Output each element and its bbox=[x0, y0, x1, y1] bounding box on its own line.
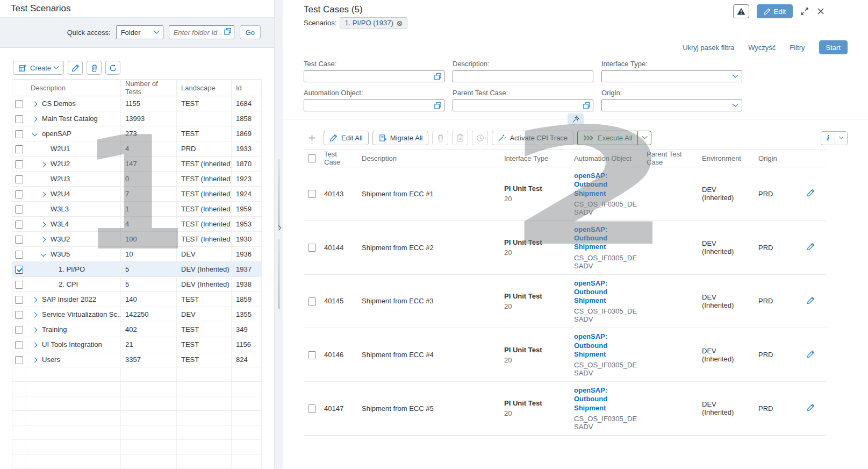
edit-row-button[interactable] bbox=[807, 298, 815, 306]
description-filter-input[interactable] bbox=[453, 70, 593, 82]
value-help-icon[interactable] bbox=[224, 28, 231, 36]
column-header-landscape[interactable]: Landscape bbox=[177, 80, 232, 96]
fullscreen-icon[interactable] bbox=[800, 7, 809, 16]
hide-filter-bar-link[interactable]: Ukryj pasek filtra bbox=[683, 44, 734, 52]
scenario-row[interactable]: 2. CPI 5 DEV (Inherited) 1938 bbox=[12, 277, 262, 292]
scenario-description[interactable]: W3U5 bbox=[51, 250, 70, 258]
close-icon[interactable] bbox=[816, 7, 825, 16]
scenario-row[interactable]: Training 402 TEST 349 bbox=[12, 322, 262, 337]
automation-object-link[interactable]: openSAP: Outbound Shipment bbox=[574, 386, 638, 413]
scenario-description[interactable]: UI Tools Integration bbox=[42, 340, 102, 349]
test-case-row[interactable]: 40147 Shipment from ECC #5 PI Unit Test2… bbox=[304, 382, 827, 436]
row-checkbox[interactable] bbox=[308, 404, 316, 413]
scenario-description[interactable]: Training bbox=[42, 325, 67, 333]
scenario-description[interactable]: W2U2 bbox=[51, 160, 70, 168]
expand-icon[interactable] bbox=[41, 237, 51, 241]
column-header-origin[interactable]: Origin bbox=[754, 150, 802, 167]
row-checkbox[interactable] bbox=[15, 356, 23, 364]
row-checkbox[interactable] bbox=[15, 175, 23, 183]
row-checkbox[interactable] bbox=[15, 145, 23, 153]
scenario-description[interactable]: Users bbox=[42, 356, 60, 364]
create-button[interactable]: Create bbox=[13, 61, 64, 75]
expand-icon[interactable] bbox=[33, 312, 42, 317]
scenario-description[interactable]: W2U1 bbox=[51, 145, 70, 153]
scenario-row[interactable]: W2U3 0 TEST (Inherited) 1923 bbox=[12, 172, 262, 187]
row-checkbox[interactable] bbox=[308, 244, 316, 252]
activate-cpi-trace-button[interactable]: Activate CPI Trace bbox=[492, 131, 573, 145]
row-checkbox[interactable] bbox=[15, 190, 23, 198]
row-checkbox[interactable] bbox=[15, 130, 23, 138]
go-button[interactable]: Go bbox=[240, 25, 261, 39]
info-menu-button[interactable] bbox=[835, 131, 848, 145]
automation-object-link[interactable]: openSAP: Outbound Shipment bbox=[574, 225, 638, 252]
edit-row-button[interactable] bbox=[807, 190, 815, 198]
pin-filter-bar-button[interactable] bbox=[568, 113, 584, 124]
expand-icon[interactable] bbox=[33, 116, 42, 121]
scenario-description[interactable]: CS Demos bbox=[42, 100, 76, 108]
scenario-row[interactable]: W2U2 147 TEST (Inherited) 1870 bbox=[12, 157, 262, 172]
row-checkbox[interactable] bbox=[15, 160, 23, 168]
test-case-row[interactable]: 40143 Shipment from ECC #1 PI Unit Test2… bbox=[304, 167, 827, 221]
expand-icon[interactable] bbox=[41, 252, 51, 256]
add-test-case-button[interactable] bbox=[304, 131, 320, 145]
row-checkbox[interactable] bbox=[15, 311, 23, 319]
scenario-description[interactable]: W2U3 bbox=[51, 175, 70, 183]
delete-test-case-button[interactable] bbox=[432, 131, 448, 145]
row-checkbox[interactable] bbox=[15, 296, 23, 304]
scenario-row[interactable]: W3L3 1 TEST (Inherited) 1959 bbox=[12, 202, 262, 217]
panel-splitter[interactable] bbox=[275, 0, 283, 469]
token-remove-icon[interactable]: ⊗ bbox=[397, 19, 403, 27]
parent-test-case-filter-input[interactable] bbox=[453, 100, 593, 111]
row-checkbox[interactable] bbox=[15, 281, 23, 289]
scenario-description[interactable]: 1. PI/PO bbox=[59, 265, 85, 273]
expand-icon[interactable] bbox=[41, 222, 51, 226]
scenario-row[interactable]: 1. PI/PO 5 DEV (Inherited) 1937 bbox=[12, 262, 262, 277]
edit-row-button[interactable] bbox=[807, 352, 815, 360]
delete-scenario-button[interactable] bbox=[87, 61, 102, 75]
paste-button[interactable] bbox=[452, 131, 468, 145]
row-checkbox[interactable] bbox=[15, 100, 23, 108]
row-checkbox[interactable] bbox=[308, 351, 316, 359]
info-button[interactable]: i bbox=[821, 131, 835, 145]
scenario-description[interactable]: W3L3 bbox=[51, 205, 69, 213]
expand-icon[interactable] bbox=[41, 161, 51, 166]
expand-icon[interactable] bbox=[41, 191, 51, 196]
scenario-description[interactable]: 2. CPI bbox=[59, 280, 78, 288]
interface-type-select[interactable] bbox=[601, 70, 742, 82]
scenario-description[interactable]: W2U4 bbox=[51, 190, 70, 198]
scenario-description[interactable]: W3U2 bbox=[51, 235, 70, 243]
expand-icon[interactable] bbox=[41, 146, 51, 151]
row-checkbox[interactable] bbox=[15, 205, 23, 214]
test-case-row[interactable]: 40144 Shipment from ECC #2 PI Unit Test2… bbox=[304, 221, 827, 274]
origin-select[interactable] bbox=[601, 100, 742, 111]
column-header-description[interactable]: Description bbox=[26, 80, 121, 96]
scenario-row[interactable]: Users 3357 TEST 824 bbox=[12, 352, 262, 367]
row-checkbox[interactable] bbox=[308, 297, 316, 305]
row-checkbox[interactable] bbox=[15, 236, 23, 244]
refresh-button[interactable] bbox=[105, 61, 120, 75]
edit-scenario-button[interactable] bbox=[68, 61, 83, 75]
test-case-row[interactable]: 40146 Shipment from ECC #4 PI Unit Test2… bbox=[304, 328, 827, 382]
scenario-description[interactable]: Main Test Catalog bbox=[42, 115, 98, 123]
edit-row-button[interactable] bbox=[807, 244, 815, 252]
scenario-description[interactable]: openSAP bbox=[42, 130, 71, 138]
row-checkbox[interactable] bbox=[15, 341, 23, 349]
scenario-token[interactable]: 1. PI/PO (1937) ⊗ bbox=[340, 17, 407, 29]
start-button[interactable]: Start bbox=[819, 40, 848, 54]
column-header-number-of-tests[interactable]: Number of Tests bbox=[121, 80, 177, 96]
clear-filters-link[interactable]: Wyczyść bbox=[748, 44, 776, 52]
expand-icon[interactable] bbox=[33, 357, 42, 362]
column-header-test-case[interactable]: Test Case bbox=[320, 150, 357, 167]
row-checkbox[interactable] bbox=[15, 221, 23, 229]
value-help-icon[interactable] bbox=[583, 102, 590, 110]
row-checkbox[interactable] bbox=[15, 326, 23, 334]
scenario-row[interactable]: CS Demos 1155 TEST 1684 bbox=[12, 96, 262, 111]
row-checkbox[interactable] bbox=[15, 115, 23, 123]
scenario-row[interactable]: W2U4 7 TEST (Inherited) 1924 bbox=[12, 187, 262, 202]
edit-all-button[interactable]: Edit All bbox=[324, 131, 369, 145]
scenario-row[interactable]: W3U5 10 DEV 1936 bbox=[12, 247, 262, 262]
column-header-automation-object[interactable]: Automation Object bbox=[570, 150, 642, 167]
scenario-row[interactable]: W2U1 4 PRD 1933 bbox=[12, 141, 262, 157]
row-checkbox[interactable] bbox=[15, 251, 23, 259]
value-help-icon[interactable] bbox=[434, 102, 441, 110]
